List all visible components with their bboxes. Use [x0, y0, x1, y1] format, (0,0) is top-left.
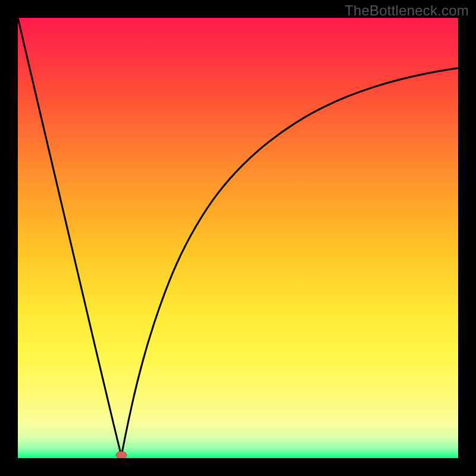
watermark-text: TheBottleneck.com	[345, 2, 469, 19]
minimum-marker	[116, 452, 127, 458]
chart-frame: TheBottleneck.com	[0, 0, 476, 476]
chart-svg	[18, 18, 458, 458]
gradient-background	[18, 18, 458, 458]
plot-area	[18, 18, 458, 458]
